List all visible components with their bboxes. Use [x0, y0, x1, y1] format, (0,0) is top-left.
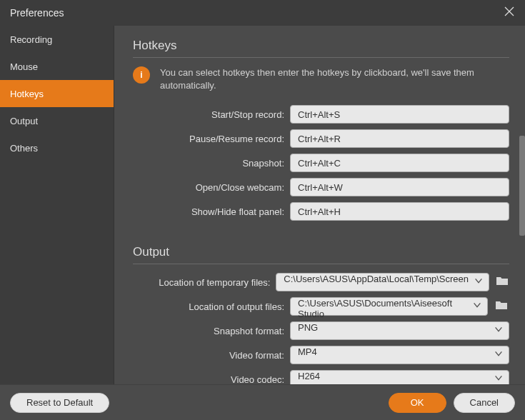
- sidebar-item-label: Recording: [10, 34, 52, 45]
- browse-output-folder-button[interactable]: [494, 299, 509, 314]
- info-icon: i: [133, 66, 150, 84]
- footer-right: OK Cancel: [389, 393, 515, 413]
- output-field-video-format: Video format: MP4: [133, 346, 509, 364]
- field-label: Show/Hide float panel:: [133, 206, 290, 217]
- hotkey-field-snapshot: Snapshot:: [133, 154, 509, 172]
- output-location-select[interactable]: C:\Users\ASUS\Documents\Aiseesoft Studio: [290, 297, 488, 316]
- browse-temp-folder-button[interactable]: [495, 274, 509, 290]
- field-label: Snapshot format:: [133, 326, 290, 336]
- hotkey-input-float-panel[interactable]: [290, 202, 509, 221]
- scrollbar-thumb[interactable]: [519, 136, 525, 236]
- field-label: Start/Stop record:: [133, 109, 290, 120]
- field-label: Snapshot:: [133, 158, 290, 169]
- sidebar-item-label: Others: [10, 143, 38, 154]
- temp-location-select[interactable]: C:\Users\ASUS\AppData\Local\Temp\Screen: [276, 273, 489, 291]
- sidebar-item-mouse[interactable]: Mouse: [0, 53, 114, 80]
- field-label: Video format:: [133, 350, 290, 361]
- field-label: Open/Close webcam:: [133, 182, 290, 193]
- output-field-video-codec: Video codec: H264: [133, 370, 509, 384]
- output-field-output-location: Location of output files: C:\Users\ASUS\…: [133, 297, 509, 316]
- snapshot-format-select[interactable]: PNG: [290, 321, 509, 340]
- video-codec-select[interactable]: H264: [290, 370, 509, 384]
- field-label: Location of output files:: [133, 301, 290, 312]
- hotkey-field-float-panel: Show/Hide float panel:: [133, 202, 509, 221]
- output-field-snapshot-format: Snapshot format: PNG: [133, 321, 509, 340]
- main: Recording Mouse Hotkeys Output Others Ho…: [0, 26, 525, 384]
- output-field-temp-location: Location of temporary files: C:\Users\AS…: [133, 273, 509, 291]
- hotkey-field-webcam: Open/Close webcam:: [133, 178, 509, 196]
- hotkey-input-webcam[interactable]: [290, 178, 509, 196]
- sidebar-item-label: Hotkeys: [10, 89, 44, 99]
- close-icon: [504, 7, 515, 19]
- hotkey-input-snapshot[interactable]: [290, 154, 509, 172]
- folder-icon: [495, 300, 508, 313]
- footer: Reset to Default OK Cancel: [0, 384, 525, 420]
- cancel-button[interactable]: Cancel: [454, 393, 515, 413]
- info-text: You can select hotkeys then enter the ho…: [160, 66, 509, 92]
- folder-icon: [496, 276, 509, 289]
- sidebar-item-output[interactable]: Output: [0, 107, 114, 134]
- field-label: Video codec:: [133, 374, 290, 384]
- content-panel: Hotkeys i You can select hotkeys then en…: [114, 26, 525, 384]
- sidebar-item-hotkeys[interactable]: Hotkeys: [0, 80, 114, 107]
- field-label: Pause/Resume record:: [133, 134, 290, 144]
- ok-button[interactable]: OK: [389, 393, 446, 413]
- section-title-output: Output: [133, 245, 509, 264]
- field-label: Location of temporary files:: [133, 277, 276, 288]
- video-format-select[interactable]: MP4: [290, 346, 509, 364]
- hotkey-field-start-stop: Start/Stop record:: [133, 105, 509, 124]
- sidebar: Recording Mouse Hotkeys Output Others: [0, 26, 114, 384]
- info-row: i You can select hotkeys then enter the …: [133, 66, 509, 92]
- reset-to-default-button[interactable]: Reset to Default: [10, 393, 109, 413]
- sidebar-item-label: Mouse: [10, 61, 38, 72]
- section-title-hotkeys: Hotkeys: [133, 39, 509, 58]
- hotkey-field-pause-resume: Pause/Resume record:: [133, 129, 509, 148]
- window-title: Preferences: [10, 7, 64, 19]
- hotkey-input-start-stop[interactable]: [290, 105, 509, 124]
- close-button[interactable]: [504, 6, 515, 20]
- sidebar-item-recording[interactable]: Recording: [0, 26, 114, 53]
- sidebar-item-label: Output: [10, 116, 38, 126]
- sidebar-item-others[interactable]: Others: [0, 134, 114, 161]
- titlebar: Preferences: [0, 0, 525, 26]
- hotkey-input-pause-resume[interactable]: [290, 129, 509, 148]
